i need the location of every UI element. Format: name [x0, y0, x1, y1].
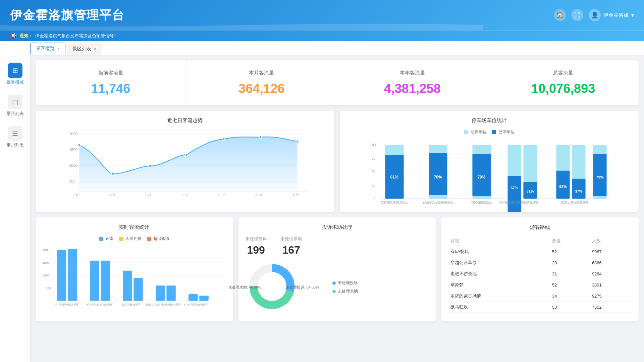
- stat-yearly-flow-label: 本年客流量: [344, 70, 481, 76]
- realtime-chart-container: 2000 1500 1000 500: [42, 244, 226, 311]
- sidebar-item-user-list-label: 用户列表: [6, 142, 24, 148]
- svg-text:31%: 31%: [526, 189, 534, 193]
- route-heat: 52: [549, 246, 589, 257]
- col-heat: 热度: [549, 236, 589, 246]
- svg-text:1000: 1000: [69, 163, 77, 167]
- route-heat: 52: [549, 279, 589, 291]
- notification-message: 伊金霍洛旗气象台发布霜冻蓝色预警信号！: [35, 33, 118, 39]
- svg-text:1500: 1500: [69, 148, 77, 152]
- svg-rect-76: [133, 278, 143, 301]
- donut-label-help: 未处理求助: 46.00%: [228, 285, 261, 290]
- svg-point-15: [296, 140, 299, 143]
- complaint-stat-help: 未处理求助 167: [280, 236, 302, 256]
- svg-text:25: 25: [372, 184, 376, 187]
- line-chart-container: 2000 1500 1000 500: [42, 129, 328, 196]
- table-row: 草原梦 52 3801: [448, 279, 632, 291]
- svg-text:78%: 78%: [434, 175, 442, 179]
- tab-scenic-list-close[interactable]: ×: [94, 47, 96, 51]
- sidebar-item-overview-label: 景区概览: [6, 79, 24, 85]
- svg-text:0: 0: [374, 197, 376, 201]
- tab-scenic-list[interactable]: 景区列表 ×: [67, 43, 102, 55]
- route-count: 3801: [589, 279, 632, 291]
- svg-text:81%: 81%: [390, 175, 398, 179]
- svg-rect-71: [57, 250, 66, 301]
- svg-text:吉祥福慧寺旅游景区: 吉祥福慧寺旅游景区: [381, 201, 408, 204]
- user-menu[interactable]: 👤 伊金霍洛旗 ▾: [589, 9, 634, 21]
- svg-point-89: [258, 272, 286, 301]
- legend-normal-dot: [99, 237, 103, 241]
- svg-rect-72: [68, 249, 77, 301]
- header: 伊金霍洛旗管理平台 🏠 ⛶ 👤 伊金霍洛旗 ▾: [0, 0, 644, 30]
- svg-rect-75: [123, 271, 132, 301]
- user-list-icon: ☰: [8, 126, 22, 141]
- svg-text:100: 100: [370, 143, 376, 147]
- svg-text:苏泊罕大草原旅游景区: 苏泊罕大草原旅游景区: [423, 201, 453, 204]
- legend-total-dot: [464, 130, 468, 134]
- legend-help-item: 未处理求助: [332, 289, 358, 294]
- legend-crowded: 人员拥挤: [119, 236, 142, 242]
- svg-point-12: [185, 153, 188, 156]
- notification-icon: 📢: [10, 33, 17, 39]
- table-row: 走进天骄圣地 31 9284: [448, 268, 632, 279]
- donut-label-complaint: 未处理投诉: 54.00%: [286, 285, 319, 290]
- svg-text:3.20: 3.20: [108, 193, 115, 197]
- svg-text:500: 500: [46, 286, 51, 290]
- complaint-card: 投诉求助处理 未处理投诉 199 未处理求助 167: [238, 217, 436, 321]
- parking-chart-svg: 100 75 50 25 0: [346, 138, 632, 204]
- col-count: 人数: [589, 236, 632, 246]
- tab-scenic-overview-close[interactable]: ×: [57, 46, 60, 51]
- sidebar-item-user-list[interactable]: ☰ 用户列表: [0, 121, 30, 153]
- route-count: 9284: [589, 268, 632, 279]
- svg-point-9: [78, 144, 81, 146]
- sidebar-item-overview[interactable]: ⊞ 景区概览: [0, 58, 30, 90]
- user-avatar: 👤: [589, 9, 601, 21]
- legend-total: 总停车位: [464, 129, 486, 135]
- home-icon[interactable]: 🏠: [554, 9, 566, 21]
- realtime-legend: 正常 人员拥挤 超出阈值: [42, 236, 226, 242]
- tab-scenic-overview-label: 景区概览: [36, 46, 55, 52]
- legend-crowded-dot: [119, 237, 123, 241]
- routes-table: 路线 热度 人数 双5A畅玩 52 9967 穿越公路草原 33 6866 走进…: [448, 236, 632, 313]
- tab-scenic-list-label: 景区列表: [72, 46, 91, 52]
- svg-text:吉祥福慧寺旅游景区: 吉祥福慧寺旅游景区: [55, 303, 79, 306]
- parking-chart-container: 100 75 50 25 0: [346, 138, 632, 205]
- complaint-unhandled-label: 未处理投诉: [245, 236, 267, 242]
- svg-text:红海子湿地旅游景区: 红海子湿地旅游景区: [184, 303, 208, 306]
- svg-text:红海子湿地旅游景区: 红海子湿地旅游景区: [561, 201, 588, 204]
- svg-text:3.22: 3.22: [181, 193, 189, 197]
- svg-rect-73: [90, 261, 99, 301]
- routes-table-body: 双5A畅玩 52 9967 穿越公路草原 33 6866 走进天骄圣地 31 9…: [448, 246, 632, 313]
- parking-legend: 总停车位 已停车位: [346, 129, 632, 135]
- route-count: 7552: [589, 302, 632, 313]
- routes-table-header: 路线 热度 人数: [448, 236, 632, 246]
- parking-chart-title: 停车场车位统计: [346, 117, 632, 124]
- complaint-help-value: 167: [280, 244, 302, 256]
- svg-text:52%: 52%: [559, 185, 567, 189]
- svg-text:陶亥召旅游景区: 陶亥召旅游景区: [122, 303, 141, 306]
- user-dropdown-arrow: ▾: [631, 12, 634, 18]
- route-name: 双5A畅玩: [448, 246, 549, 257]
- notification-label: 通知：: [19, 33, 33, 39]
- stat-total-flow-label: 总客流量: [495, 70, 632, 76]
- svg-text:3.25: 3.25: [292, 193, 299, 197]
- tab-scenic-overview[interactable]: 景区概览 ×: [30, 43, 65, 55]
- sidebar-item-scenic-list[interactable]: ▤ 景区列表: [0, 90, 30, 121]
- table-row: 双5A畅玩 52 9967: [448, 246, 632, 257]
- svg-text:3.19: 3.19: [72, 193, 79, 197]
- fullscreen-icon[interactable]: ⛶: [571, 9, 583, 21]
- main-layout: ⊞ 景区概览 ▤ 景区列表 ☰ 用户列表 当前客流量 11,746 本月客流量 …: [0, 55, 644, 362]
- legend-normal: 正常: [99, 236, 113, 242]
- legend-exceed: 超出阈值: [147, 236, 169, 242]
- svg-text:颐和生态文化博览园旅游景区: 颐和生态文化博览园旅游景区: [499, 201, 538, 204]
- stat-current-flow: 当前客流量 11,746: [36, 60, 186, 105]
- table-row: 浓浓的蒙古风情 34 9275: [448, 291, 632, 302]
- legend-exceed-dot: [147, 237, 151, 241]
- stats-row: 当前客流量 11,746 本月客流量 364,126 本年客流量 4,381,2…: [36, 60, 639, 105]
- complaint-donut-area: 未处理求助: 46.00% 未处理投诉: 54.00% 未处理投诉 未处理求助: [245, 260, 429, 315]
- svg-text:3.21: 3.21: [145, 193, 152, 197]
- svg-rect-80: [199, 296, 208, 301]
- sidebar-item-scenic-list-label: 景区列表: [6, 111, 24, 117]
- stat-current-flow-label: 当前客流量: [42, 70, 179, 76]
- tab-bar: 景区概览 × 景区列表 ×: [0, 41, 644, 55]
- svg-text:陶亥召旅游景区: 陶亥召旅游景区: [471, 201, 492, 204]
